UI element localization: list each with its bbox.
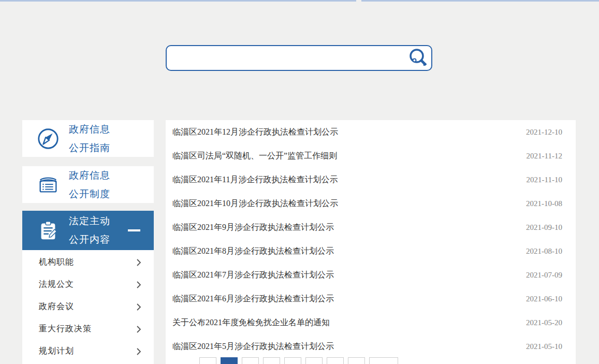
list-item: 临淄区2021年5月涉企行政执法检查计划公示 2021-05-10 bbox=[166, 334, 576, 358]
article-date: 2021-06-10 bbox=[526, 295, 562, 303]
article-date: 2021-11-12 bbox=[527, 152, 562, 161]
search-button[interactable] bbox=[404, 46, 431, 70]
article-title-link[interactable]: 临淄区司法局“双随机、一公开”监管工作细则 bbox=[172, 151, 337, 162]
submenu-item-label: 规划计划 bbox=[39, 346, 74, 357]
article-title-link[interactable]: 临淄区2021年11月涉企行政执法检查计划公示 bbox=[172, 174, 338, 185]
page-button[interactable] bbox=[327, 357, 344, 364]
article-title-link[interactable]: 临淄区2021年9月涉企行政执法检查计划公示 bbox=[172, 222, 334, 233]
page-button[interactable] bbox=[242, 357, 259, 364]
sidebar-item-disclosure-system[interactable]: 政府信息 公开制度 bbox=[22, 166, 154, 203]
page-button[interactable] bbox=[284, 357, 301, 364]
article-date: 2021-05-20 bbox=[526, 318, 562, 327]
pagination bbox=[199, 357, 398, 364]
article-date: 2021-07-09 bbox=[526, 271, 562, 280]
article-title-link[interactable]: 临淄区2021年8月涉企行政执法检查计划公示 bbox=[172, 246, 334, 257]
search-bar bbox=[166, 45, 432, 71]
sidebar-item-disclosure-guide[interactable]: 政府信息 公开指南 bbox=[22, 120, 154, 157]
list-item: 临淄区司法局“双随机、一公开”监管工作细则 2021-11-12 bbox=[166, 144, 576, 168]
list-item: 关于公布2021年度免检免扰企业名单的通知 2021-05-20 bbox=[166, 311, 576, 334]
article-title-link[interactable]: 关于公布2021年度免检免扰企业名单的通知 bbox=[172, 317, 330, 328]
article-title-link[interactable]: 临淄区2021年12月涉企行政执法检查计划公示 bbox=[172, 127, 338, 138]
page-button[interactable] bbox=[369, 357, 398, 364]
list-item: 临淄区2021年7月涉企行政执法检查计划公示 2021-07-09 bbox=[166, 263, 576, 287]
article-title-link[interactable]: 临淄区2021年5月涉企行政执法检查计划公示 bbox=[172, 341, 334, 352]
chevron-right-icon bbox=[136, 325, 141, 333]
submenu-item-label: 政府会议 bbox=[39, 301, 74, 312]
article-date: 2021-09-10 bbox=[526, 223, 562, 232]
minus-icon bbox=[128, 229, 140, 231]
list-item: 临淄区2021年8月涉企行政执法检查计划公示 2021-08-10 bbox=[166, 239, 576, 263]
sidebar-submenu: 机构职能 法规公文 政府会议 bbox=[22, 250, 154, 364]
page-button[interactable] bbox=[305, 357, 323, 364]
submenu-item-label: 机构职能 bbox=[39, 257, 74, 268]
article-date: 2021-11-10 bbox=[527, 176, 562, 184]
chevron-right-icon bbox=[136, 303, 141, 311]
submenu-item[interactable]: 法规公文 bbox=[22, 273, 154, 296]
article-date: 2021-10-08 bbox=[526, 199, 562, 208]
sidebar-item-label: 政府信息 公开指南 bbox=[69, 120, 110, 157]
submenu-item-label: 法规公文 bbox=[39, 279, 74, 290]
article-date: 2021-12-10 bbox=[526, 128, 562, 137]
article-list-panel: 临淄区2021年12月涉企行政执法检查计划公示 2021-12-10 临淄区司法… bbox=[166, 120, 576, 364]
sidebar-item-legal-active-disclosure[interactable]: 法定主动 公开内容 bbox=[22, 211, 154, 250]
page-button[interactable] bbox=[263, 357, 280, 364]
submenu-item-label: 重大行政决策 bbox=[39, 324, 92, 334]
chevron-right-icon bbox=[136, 258, 141, 267]
document-list-icon bbox=[35, 172, 62, 197]
top-accent-bar bbox=[0, 0, 599, 2]
search-icon bbox=[407, 48, 428, 68]
chevron-right-icon bbox=[136, 281, 141, 289]
list-item: 临淄区2021年12月涉企行政执法检查计划公示 2021-12-10 bbox=[166, 120, 576, 144]
clipboard-pencil-icon bbox=[35, 218, 62, 243]
sidebar-item-label: 法定主动 公开内容 bbox=[69, 212, 110, 249]
page-button[interactable] bbox=[221, 357, 238, 364]
submenu-item[interactable]: 政府会议 bbox=[22, 296, 154, 318]
list-item: 临淄区2021年11月涉企行政执法检查计划公示 2021-11-10 bbox=[166, 168, 576, 192]
top-accent-bar-gap bbox=[356, 0, 361, 2]
search-input[interactable] bbox=[167, 46, 404, 70]
list-item: 临淄区2021年6月涉企行政执法检查计划公示 2021-06-10 bbox=[166, 287, 576, 311]
compass-icon bbox=[35, 126, 62, 151]
article-title-link[interactable]: 临淄区2021年7月涉企行政执法检查计划公示 bbox=[172, 270, 334, 281]
article-date: 2021-08-10 bbox=[526, 247, 562, 256]
submenu-item[interactable]: 规划计划 bbox=[22, 340, 154, 362]
page-button[interactable] bbox=[199, 357, 216, 364]
page-button[interactable] bbox=[348, 357, 365, 364]
list-item: 临淄区2021年9月涉企行政执法检查计划公示 2021-09-10 bbox=[166, 215, 576, 239]
article-title-link[interactable]: 临淄区2021年10月涉企行政执法检查计划公示 bbox=[172, 198, 338, 209]
submenu-item[interactable]: 机构职能 bbox=[22, 251, 154, 273]
sidebar: 政府信息 公开指南 政府信息 公开制度 bbox=[22, 120, 154, 364]
article-title-link[interactable]: 临淄区2021年6月涉企行政执法检查计划公示 bbox=[172, 294, 334, 304]
list-item: 临淄区2021年10月涉企行政执法检查计划公示 2021-10-08 bbox=[166, 192, 576, 215]
chevron-right-icon bbox=[136, 347, 141, 356]
sidebar-item-label: 政府信息 公开制度 bbox=[69, 166, 110, 203]
article-date: 2021-05-10 bbox=[526, 342, 562, 351]
submenu-item[interactable]: 重大行政决策 bbox=[22, 318, 154, 340]
